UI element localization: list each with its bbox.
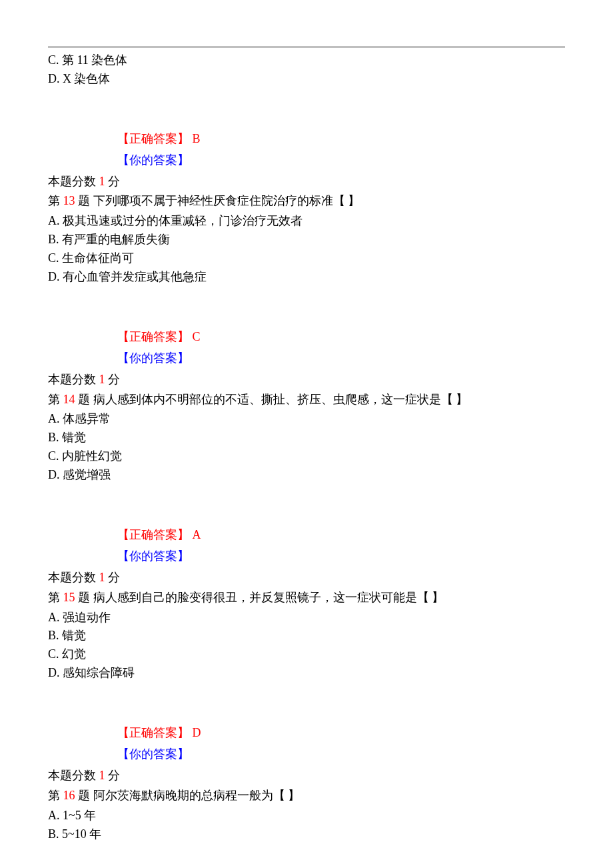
question-text: 第 15 题 病人感到自己的脸变得很丑，并反复照镜子，这一症状可能是【 】 — [48, 589, 565, 607]
correct-answer-line: 【正确答案】 A — [48, 526, 565, 545]
correct-answer-value: B — [193, 132, 201, 145]
question-number: 16 — [63, 789, 75, 802]
horizontal-rule — [48, 47, 565, 47]
option-d: D. X 染色体 — [48, 70, 565, 89]
score-suffix: 分 — [105, 769, 121, 782]
option-c: C. 第 11 染色体 — [48, 51, 565, 70]
your-answer-label: 【你的答案】 — [117, 549, 189, 563]
option: D. 感知综合障碍 — [48, 664, 565, 683]
score-value: 1 — [99, 571, 105, 584]
question-group: 【正确答案】 A 【你的答案】 本题分数 1 分 第 15 题 病人感到自己的脸… — [48, 485, 565, 683]
question-number: 14 — [63, 393, 75, 406]
option: A. 体感异常 — [48, 410, 565, 429]
question-prefix: 第 — [48, 591, 63, 604]
correct-answer-value: A — [193, 528, 201, 541]
your-answer-label: 【你的答案】 — [117, 153, 189, 167]
option: A. 强迫动作 — [48, 609, 565, 627]
question-number: 13 — [63, 194, 75, 207]
options-container: A. 1~5 年B. 5~10 年 — [48, 807, 565, 844]
score-prefix: 本题分数 — [48, 175, 99, 188]
your-answer-label: 【你的答案】 — [117, 351, 189, 365]
question-group: 【正确答案】 D 【你的答案】 本题分数 1 分 第 16 题 阿尔茨海默病晚期… — [48, 683, 565, 843]
question-text: 第 13 题 下列哪项不属于神经性厌食症住院治疗的标准【 】 — [48, 192, 565, 211]
score-line: 本题分数 1 分 — [48, 173, 565, 191]
question-group: 【正确答案】 C 【你的答案】 本题分数 1 分 第 14 题 病人感到体内不明… — [48, 287, 565, 485]
correct-answer-label: 【正确答案】 — [117, 132, 193, 145]
option: B. 有严重的电解质失衡 — [48, 231, 565, 249]
score-suffix: 分 — [105, 571, 121, 584]
correct-answer-label: 【正确答案】 — [117, 528, 193, 541]
correct-answer-line: 【正确答案】 C — [48, 328, 565, 347]
question-body: 题 病人感到自己的脸变得很丑，并反复照镜子，这一症状可能是【 】 — [75, 591, 444, 604]
question-text: 第 16 题 阿尔茨海默病晚期的总病程一般为【 】 — [48, 787, 565, 805]
options-container: A. 极其迅速或过分的体重减轻，门诊治疗无效者B. 有严重的电解质失衡C. 生命… — [48, 212, 565, 287]
score-value: 1 — [99, 769, 105, 782]
option: D. 有心血管并发症或其他急症 — [48, 268, 565, 287]
correct-answer-label: 【正确答案】 — [117, 330, 193, 343]
your-answer-line: 【你的答案】 — [48, 745, 565, 764]
question-prefix: 第 — [48, 194, 63, 207]
correct-answer-value: D — [193, 726, 201, 739]
your-answer-line: 【你的答案】 — [48, 547, 565, 566]
options-container: A. 体感异常B. 错觉C. 内脏性幻觉D. 感觉增强 — [48, 410, 565, 485]
question-body: 题 下列哪项不属于神经性厌食症住院治疗的标准【 】 — [75, 194, 360, 207]
your-answer-line: 【你的答案】 — [48, 349, 565, 368]
question-body: 题 病人感到体内不明部位的不适、撕扯、挤压、虫爬感，这一症状是【 】 — [75, 393, 468, 406]
option: B. 错觉 — [48, 429, 565, 447]
correct-answer-line: 【正确答案】 D — [48, 724, 565, 743]
question-number: 15 — [63, 591, 75, 604]
score-line: 本题分数 1 分 — [48, 569, 565, 587]
score-suffix: 分 — [105, 175, 121, 188]
correct-answer-line: 【正确答案】 B — [48, 130, 565, 149]
question-prefix: 第 — [48, 393, 63, 406]
score-prefix: 本题分数 — [48, 769, 99, 782]
score-value: 1 — [99, 373, 105, 386]
options-container: A. 强迫动作B. 错觉C. 幻觉D. 感知综合障碍 — [48, 609, 565, 683]
option: C. 内脏性幻觉 — [48, 447, 565, 466]
score-line: 本题分数 1 分 — [48, 767, 565, 785]
your-answer-label: 【你的答案】 — [117, 747, 189, 761]
score-suffix: 分 — [105, 373, 121, 386]
option: D. 感觉增强 — [48, 466, 565, 485]
correct-answer-label: 【正确答案】 — [117, 726, 193, 739]
question-text: 第 14 题 病人感到体内不明部位的不适、撕扯、挤压、虫爬感，这一症状是【 】 — [48, 391, 565, 409]
option: A. 极其迅速或过分的体重减轻，门诊治疗无效者 — [48, 212, 565, 231]
question-group: 【正确答案】 B 【你的答案】 本题分数 1 分 第 13 题 下列哪项不属于神… — [48, 89, 565, 287]
question-prefix: 第 — [48, 789, 63, 802]
score-prefix: 本题分数 — [48, 373, 99, 386]
score-prefix: 本题分数 — [48, 571, 99, 584]
correct-answer-value: C — [193, 330, 201, 343]
score-line: 本题分数 1 分 — [48, 371, 565, 389]
option: C. 幻觉 — [48, 645, 565, 664]
option: A. 1~5 年 — [48, 807, 565, 825]
your-answer-line: 【你的答案】 — [48, 151, 565, 170]
question-body: 题 阿尔茨海默病晚期的总病程一般为【 】 — [75, 789, 301, 802]
option: B. 错觉 — [48, 627, 565, 645]
option: C. 生命体征尚可 — [48, 249, 565, 268]
score-value: 1 — [99, 175, 105, 188]
option: B. 5~10 年 — [48, 825, 565, 844]
